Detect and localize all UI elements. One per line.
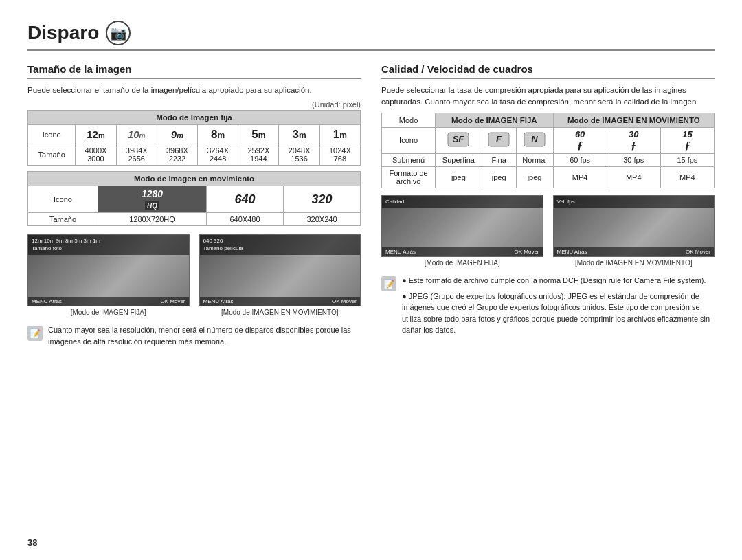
quality-normal: Normal: [516, 154, 553, 167]
icon-1280: 1280HQ: [98, 186, 207, 213]
left-column: Tamaño de la imagen Puede seleccionar el…: [27, 63, 361, 347]
motion-image-header: Modo de Imagen en movimiento: [28, 172, 361, 186]
left-screenshots: 12m 10m 9m 8m 5m 3m 1m Tamaño foto MENU …: [27, 234, 361, 316]
quality-fina: Fina: [482, 154, 516, 167]
quality-submenu-label: Submenú: [382, 154, 436, 167]
icon-10m: 10m: [116, 125, 157, 144]
quality-icon-15: 15ƒ: [660, 127, 714, 154]
size-3264: 3264X2448: [198, 144, 238, 166]
fixed-row2-label: Tamaño: [28, 144, 76, 166]
right-ss1-label: Calidad: [385, 199, 404, 205]
unit-label: (Unidad: pixel): [27, 100, 361, 109]
fixed-row1-label: Icono: [28, 125, 76, 144]
right-note-box: 📝 ● Este formato de archivo cumple con l…: [381, 275, 715, 336]
quality-60fps: 60 fps: [553, 154, 607, 167]
motion-image-table-section: Modo de Imagen en movimiento Icono 1280H…: [27, 171, 361, 226]
right-screenshots: Calidad MENU Atrás OK Mover [Modo de IMA…: [381, 195, 715, 267]
left-screenshot-1: 12m 10m 9m 8m 5m 3m 1m Tamaño foto MENU …: [27, 234, 190, 306]
quality-fmt-mp4-3: MP4: [660, 167, 714, 188]
left-screenshot-2-icons: 640 320: [203, 238, 223, 244]
svg-text:F: F: [496, 134, 502, 144]
right-screenshot-1: Calidad MENU Atrás OK Mover: [381, 195, 543, 257]
right-notes-content: ● Este formato de archivo cumple con la …: [402, 275, 715, 336]
title-text: Disparo: [27, 22, 99, 44]
motion-row2-label: Tamaño: [28, 213, 98, 226]
quality-superfina: Superfina: [436, 154, 482, 167]
quality-fmt-jpeg1: jpeg: [436, 167, 482, 188]
fixed-image-table-section: Modo de Imagen fija Icono 12m 10m 9m 8m …: [27, 110, 361, 166]
quality-fmt-jpeg2: jpeg: [482, 167, 516, 188]
left-ss2-ok: OK Mover: [332, 298, 357, 304]
page-title: Disparo 📷: [27, 21, 715, 51]
right-screenshot-2-container: Vel. fps MENU Atrás OK Mover [Modo de IM…: [553, 195, 715, 267]
note-icon-right: 📝: [381, 276, 396, 291]
left-note: 📝 Cuanto mayor sea la resolución, menor …: [27, 324, 361, 347]
left-screenshot-2-bottom: MENU Atrás OK Mover: [200, 297, 361, 306]
quality-fmt-mp4-2: MP4: [607, 167, 660, 188]
right-section-title: Calidad / Velocidad de cuadros: [381, 63, 715, 79]
size-4000: 4000X3000: [76, 144, 116, 166]
left-screenshot-1-bottom: MENU Atrás OK Mover: [28, 297, 189, 306]
right-ss2-menu: MENU Atrás: [557, 249, 587, 255]
right-ss2-label: Vel. fps: [557, 199, 575, 205]
motion-size-640: 640X480: [207, 213, 284, 226]
right-ss1-menu: MENU Atrás: [385, 249, 416, 255]
right-note-2-text: JPEG (Grupo de expertos fotográficos uni…: [402, 292, 710, 335]
icon-1m: 1m: [319, 125, 360, 144]
left-screenshot-1-icons: 12m 10m 9m 8m 5m 3m 1m: [32, 238, 100, 244]
quality-icon-30: 30ƒ: [607, 127, 660, 154]
right-screenshot-1-bottom: MENU Atrás OK Mover: [382, 247, 543, 256]
quality-15fps: 15 fps: [660, 154, 714, 167]
right-screenshot-1-overlay: Calidad: [382, 196, 543, 208]
right-note-2: ● JPEG (Grupo de expertos fotográficos u…: [402, 291, 715, 336]
size-3968: 3968X2232: [157, 144, 197, 166]
left-screenshot-1-overlay: 12m 10m 9m 8m 5m 3m 1m Tamaño foto: [28, 235, 189, 254]
left-screenshot-2: 640 320 Tamaño película MENU Atrás OK Mo…: [199, 234, 361, 306]
quality-fmt-mp4-1: MP4: [553, 167, 607, 188]
size-3984: 3984X2656: [116, 144, 157, 166]
left-ss1-menu: MENU Atrás: [32, 298, 62, 304]
quality-icon-sf: SF: [436, 127, 482, 154]
right-screenshot-2: Vel. fps MENU Atrás OK Mover: [553, 195, 715, 257]
right-note-1-text: Este formato de archivo cumple con la no…: [409, 276, 706, 284]
quality-icon-n: N: [516, 127, 553, 154]
quality-fija-header: Modo de IMAGEN FIJA: [436, 113, 553, 127]
left-screenshot-1-caption: [Modo de IMAGEN FIJA]: [27, 309, 190, 316]
quality-fmt-jpeg3: jpeg: [516, 167, 553, 188]
quality-icono-label: Icono: [382, 127, 436, 154]
quality-table-section: Modo Modo de IMAGEN FIJA Modo de IMAGEN …: [381, 113, 715, 189]
right-note-1-bullet: ●: [402, 276, 409, 284]
svg-text:SF: SF: [453, 134, 465, 144]
fixed-image-header: Modo de Imagen fija: [28, 111, 361, 125]
right-screenshot-2-overlay: Vel. fps: [554, 196, 715, 208]
left-screenshot-2-caption: [Modo de IMAGEN EN MOVIMIENTO]: [199, 309, 361, 316]
icon-12m: 12m: [76, 125, 116, 144]
left-section-title: Tamaño de la imagen: [27, 63, 361, 79]
right-screenshot-2-caption: [Modo de IMAGEN EN MOVIMIENTO]: [553, 259, 715, 267]
quality-icon-60: 60ƒ: [553, 127, 607, 154]
icon-320: 320: [284, 186, 361, 213]
left-screenshot-2-overlay: 640 320 Tamaño película: [200, 235, 361, 254]
quality-table: Modo Modo de IMAGEN FIJA Modo de IMAGEN …: [381, 113, 715, 189]
page-number: 38: [27, 537, 37, 548]
icon-8m: 8m: [198, 125, 238, 144]
camera-icon: 📷: [106, 21, 131, 45]
motion-size-320: 320X240: [284, 213, 361, 226]
left-screenshot-2-label-text: Tamaño película: [203, 245, 243, 251]
quality-modo-label: Modo: [382, 113, 436, 127]
size-2592: 2592X1944: [238, 144, 279, 166]
quality-formato-label: Formato dearchivo: [382, 167, 436, 188]
icon-9m: 9m: [157, 125, 197, 144]
size-2048: 2048X1536: [279, 144, 319, 166]
right-ss2-ok: OK Mover: [686, 249, 710, 255]
quality-icon-f: F: [482, 127, 516, 154]
left-screenshot-2-container: 640 320 Tamaño película MENU Atrás OK Mo…: [199, 234, 361, 316]
icon-3m: 3m: [279, 125, 319, 144]
left-note-text: Cuanto mayor sea la resolución, menor se…: [48, 324, 361, 347]
svg-text:N: N: [531, 134, 538, 144]
left-ss1-ok: OK Mover: [160, 298, 185, 304]
left-ss2-menu: MENU Atrás: [203, 298, 234, 304]
right-note-2-bullet: ●: [402, 292, 409, 300]
left-screenshot-1-container: 12m 10m 9m 8m 5m 3m 1m Tamaño foto MENU …: [27, 234, 190, 316]
right-ss1-ok: OK Mover: [514, 249, 539, 255]
